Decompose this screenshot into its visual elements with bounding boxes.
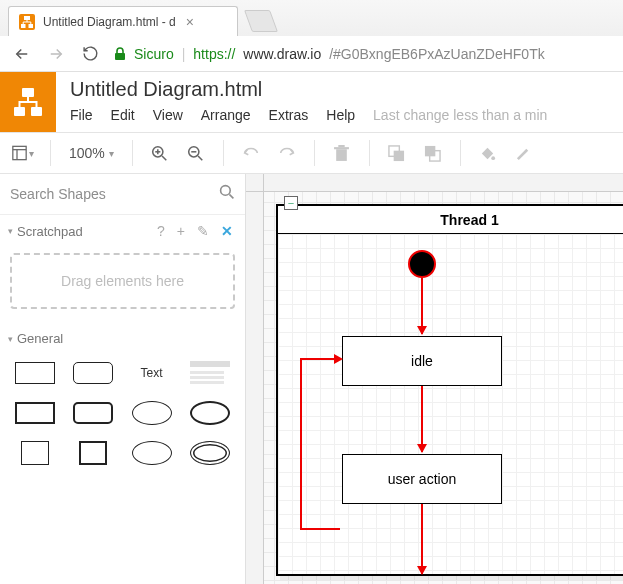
scratchpad-close-icon[interactable]: ✕ [217, 223, 237, 239]
search-input[interactable] [10, 186, 219, 202]
svg-rect-21 [394, 150, 404, 160]
shape-rounded-rectangle-bold[interactable] [68, 398, 118, 428]
lock-icon [114, 47, 126, 61]
shape-square[interactable] [10, 438, 60, 468]
toolbar: ▾ 100% ▾ [0, 132, 623, 174]
svg-rect-23 [425, 145, 435, 155]
undo-button[interactable] [236, 138, 266, 168]
zoom-out-button[interactable] [181, 138, 211, 168]
ruler-corner [246, 174, 264, 192]
search-icon[interactable] [219, 184, 235, 204]
shape-ellipse[interactable] [127, 398, 177, 428]
shape-rectangle-bold[interactable] [10, 398, 60, 428]
forward-button[interactable] [46, 44, 66, 64]
toolbar-separator [314, 140, 315, 166]
workspace: ▾ Scratchpad ? + ✎ ✕ Drag elements here … [0, 174, 623, 584]
scratchpad-add-icon[interactable]: + [173, 223, 189, 239]
to-front-button[interactable] [382, 138, 412, 168]
swimlane-title[interactable]: Thread 1 [278, 212, 623, 228]
menu-file[interactable]: File [70, 107, 93, 123]
app-header: Untitled Diagram.html File Edit View Arr… [0, 72, 623, 132]
reload-button[interactable] [80, 44, 100, 64]
ruler-horizontal [246, 174, 623, 192]
address-bar-row: Sicuro | https://www.draw.io/#G0BxngEB6P… [0, 36, 623, 72]
dropzone-label: Drag elements here [61, 273, 184, 289]
svg-line-15 [198, 156, 202, 160]
back-button[interactable] [12, 44, 32, 64]
menu-edit[interactable]: Edit [111, 107, 135, 123]
fill-color-button[interactable] [473, 138, 503, 168]
svg-rect-19 [339, 145, 345, 147]
caret-down-icon: ▾ [29, 148, 34, 159]
svg-point-25 [221, 186, 231, 196]
shape-square-bold[interactable] [68, 438, 118, 468]
save-status: Last change less than a min [373, 107, 547, 123]
zoom-dropdown[interactable]: 100% ▾ [63, 145, 120, 161]
edge-idle-to-useraction[interactable] [421, 386, 423, 452]
scratchpad-label: Scratchpad [17, 224, 83, 239]
shape-heading-block[interactable] [185, 358, 235, 388]
initial-state-node[interactable] [408, 250, 436, 278]
shape-ellipse-2[interactable] [127, 438, 177, 468]
general-header[interactable]: ▾ General [0, 323, 245, 354]
scratchpad-header[interactable]: ▾ Scratchpad ? + ✎ ✕ [0, 215, 245, 247]
ruler-vertical [246, 174, 264, 584]
state-user-action[interactable]: user action [342, 454, 502, 504]
menu-help[interactable]: Help [326, 107, 355, 123]
svg-line-11 [162, 156, 166, 160]
new-tab-button[interactable] [244, 10, 278, 32]
address-bar[interactable]: Sicuro | https://www.draw.io/#G0BxngEB6P… [114, 41, 611, 67]
general-label: General [17, 331, 63, 346]
shapes-panel: ▾ Scratchpad ? + ✎ ✕ Drag elements here … [0, 174, 246, 584]
delete-button[interactable] [327, 138, 357, 168]
shape-rectangle[interactable] [10, 358, 60, 388]
document-title[interactable]: Untitled Diagram.html [70, 78, 613, 101]
collapse-icon[interactable]: − [284, 196, 298, 210]
toolbar-separator [50, 140, 51, 166]
edge-loopback[interactable] [300, 360, 340, 530]
menu-arrange[interactable]: Arrange [201, 107, 251, 123]
scratchpad-help[interactable]: ? [153, 223, 169, 239]
search-row [0, 174, 245, 215]
canvas[interactable]: − Thread 1 idle user action [246, 174, 623, 584]
addr-separator: | [182, 46, 186, 62]
scratchpad-dropzone[interactable]: Drag elements here [10, 253, 235, 309]
view-mode-button[interactable]: ▾ [8, 138, 38, 168]
caret-down-icon: ▾ [109, 148, 114, 159]
caret-down-icon: ▾ [8, 226, 13, 236]
to-back-button[interactable] [418, 138, 448, 168]
scratchpad-edit-icon[interactable]: ✎ [193, 223, 213, 239]
svg-rect-5 [14, 107, 25, 116]
toolbar-separator [369, 140, 370, 166]
close-icon[interactable]: × [184, 14, 196, 30]
drawio-favicon [19, 14, 35, 30]
tab-strip: Untitled Diagram.html - d × [0, 0, 623, 36]
caret-down-icon: ▾ [8, 334, 13, 344]
browser-tab[interactable]: Untitled Diagram.html - d × [8, 6, 238, 36]
edge-out-useraction[interactable] [421, 504, 423, 574]
shape-text[interactable]: Text [127, 358, 177, 388]
toolbar-separator [460, 140, 461, 166]
tab-title: Untitled Diagram.html - d [43, 15, 176, 29]
swimlane-title-row: − Thread 1 [278, 206, 623, 234]
state-idle[interactable]: idle [342, 336, 502, 386]
shape-ellipse-bold[interactable] [185, 398, 235, 428]
menu-view[interactable]: View [153, 107, 183, 123]
svg-rect-3 [115, 53, 125, 60]
swimlane-body[interactable]: idle user action [278, 234, 623, 574]
menu-extras[interactable]: Extras [269, 107, 309, 123]
svg-line-26 [229, 194, 233, 198]
zoom-in-button[interactable] [145, 138, 175, 168]
edge-start-to-idle[interactable] [421, 278, 423, 334]
app-logo[interactable] [0, 72, 56, 132]
line-color-button[interactable] [509, 138, 539, 168]
menubar: File Edit View Arrange Extras Help Last … [70, 107, 613, 123]
svg-rect-2 [29, 24, 34, 28]
shape-rounded-rectangle[interactable] [68, 358, 118, 388]
browser-chrome: Untitled Diagram.html - d × Sicuro | htt… [0, 0, 623, 72]
redo-button[interactable] [272, 138, 302, 168]
url-protocol: https:// [193, 46, 235, 62]
secure-label: Sicuro [134, 46, 174, 62]
swimlane-thread1[interactable]: − Thread 1 idle user action [276, 204, 623, 576]
shape-ellipse-double[interactable] [185, 438, 235, 468]
